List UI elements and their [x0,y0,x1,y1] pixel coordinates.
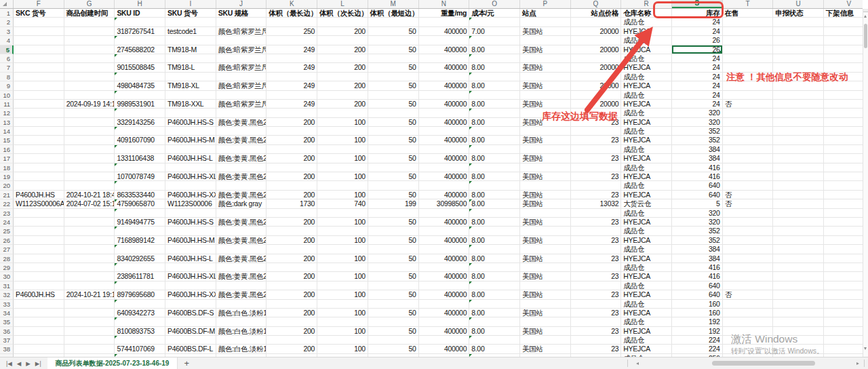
cell-K25[interactable] [267,227,317,235]
cell-U14[interactable] [773,127,824,136]
cell-F26[interactable] [14,236,64,245]
cell-H33[interactable] [115,300,165,309]
row-header-31[interactable]: 31 [0,281,14,290]
cell-L36[interactable]: 100 [317,327,368,336]
row-header-38[interactable]: 38 [0,345,14,353]
cell-J11[interactable]: 颜色:暗紫罗兰尺 [216,100,267,109]
cell-L14[interactable] [317,127,368,136]
cell-O21[interactable]: 8.00 [469,191,520,199]
row-header-20[interactable]: 20 [0,181,14,190]
cell-H8[interactable] [115,73,165,81]
cell-O20[interactable] [469,181,520,190]
cell-F2[interactable] [14,18,64,26]
cell-J2[interactable] [216,18,267,26]
cell-M7[interactable]: 50 [368,63,419,72]
first-sheet-icon[interactable]: |◀ [6,357,12,369]
cell-L38[interactable]: 100 [317,345,368,353]
cell-P22[interactable]: 美国站 [520,199,571,208]
cell-G29[interactable] [64,263,115,272]
cell-V25[interactable] [824,227,863,235]
cell-I22[interactable]: W1123S00006 [165,199,216,208]
cell-O14[interactable] [469,127,520,136]
cell-O19[interactable]: 8.00 [469,172,520,181]
cell-L4[interactable] [317,36,368,45]
cell-L10[interactable] [317,91,368,100]
cell-J20[interactable] [216,181,267,190]
cell-L1[interactable]: 体积（次长边）/ [317,9,368,18]
row-header-14[interactable]: 14 [0,127,14,136]
cell-I35[interactable] [165,317,216,326]
cell-R21[interactable]: HYEJCA [621,191,672,199]
row-header-16[interactable]: 16 [0,145,14,154]
cell-J9[interactable]: 颜色:暗紫罗兰尺 [216,81,267,90]
cell-M12[interactable] [368,109,419,117]
cell-N17[interactable]: 400000 [419,154,470,163]
cell-R30[interactable]: HYEJCA [621,272,672,281]
cell-I24[interactable]: P4600JH.HS-S [165,218,216,227]
cell-U32[interactable] [773,290,824,299]
cell-N29[interactable] [419,263,470,272]
cell-M32[interactable]: 50 [368,290,419,299]
cell-M17[interactable]: 50 [368,154,419,163]
cell-K13[interactable]: 200 [267,118,317,127]
cell-S9[interactable]: 24 [672,81,723,90]
cell-G19[interactable] [64,172,115,181]
cell-L34[interactable]: 100 [317,309,368,317]
cell-H31[interactable] [115,281,165,290]
cell-U22[interactable] [773,199,824,208]
cell-L22[interactable]: 740 [317,199,368,208]
cell-H1[interactable]: SKU ID [115,9,165,18]
cell-K30[interactable]: 200 [267,272,317,281]
cell-H21[interactable]: 8633533440 [115,191,165,199]
cell-V5[interactable] [824,45,863,54]
cell-N15[interactable]: 400000 [419,136,470,144]
cell-H29[interactable] [115,263,165,272]
cell-Q32[interactable]: 23 [571,290,622,299]
column-header-P[interactable]: P [520,0,571,8]
cell-L2[interactable] [317,18,368,26]
cell-K21[interactable]: 200 [267,191,317,199]
cell-V28[interactable] [824,254,863,263]
cell-I20[interactable] [165,181,216,190]
cell-H30[interactable]: 2389611781 [115,272,165,281]
cell-J37[interactable] [216,336,267,345]
cell-I12[interactable] [165,109,216,117]
cell-T13[interactable] [723,118,774,127]
cell-J3[interactable]: 颜色:暗紫罗兰尺 [216,27,267,36]
cell-N11[interactable]: 400000 [419,100,470,109]
cell-H2[interactable] [115,18,165,26]
cell-N10[interactable] [419,91,470,100]
cell-K33[interactable] [267,300,317,309]
cell-L33[interactable] [317,300,368,309]
cell-N18[interactable] [419,163,470,172]
cell-F18[interactable] [14,163,64,172]
cell-J32[interactable]: 颜色:姜黄.黑色2J [216,290,267,299]
cell-L18[interactable] [317,163,368,172]
cell-Q37[interactable] [571,336,622,345]
cell-L25[interactable] [317,227,368,235]
row-header-4[interactable]: 4 [0,36,14,45]
cell-N30[interactable]: 400000 [419,272,470,281]
column-header-I[interactable]: I [165,0,216,8]
cell-Q35[interactable] [571,317,622,326]
cell-J27[interactable] [216,245,267,254]
cell-O22[interactable]: 8.00 [469,199,520,208]
cell-H12[interactable] [115,109,165,117]
cell-L19[interactable]: 100 [317,172,368,181]
cell-O6[interactable] [469,54,520,63]
cell-T5[interactable] [723,45,774,54]
cell-I8[interactable] [165,73,216,81]
cell-G26[interactable] [64,236,115,245]
cell-H36[interactable]: 8100893753 [115,327,165,336]
scroll-right-icon[interactable] [856,362,859,365]
column-header-J[interactable]: J [216,0,267,8]
next-sheet-icon[interactable]: ▶ [26,357,31,369]
cell-G36[interactable] [64,327,115,336]
cell-M16[interactable] [368,145,419,154]
cell-N9[interactable]: 400000 [419,81,470,90]
cell-K2[interactable] [267,18,317,26]
row-header-25[interactable]: 25 [0,227,14,235]
cell-P32[interactable]: 美国站 [520,290,571,299]
cell-N6[interactable] [419,54,470,63]
cell-L11[interactable]: 200 [317,100,368,109]
